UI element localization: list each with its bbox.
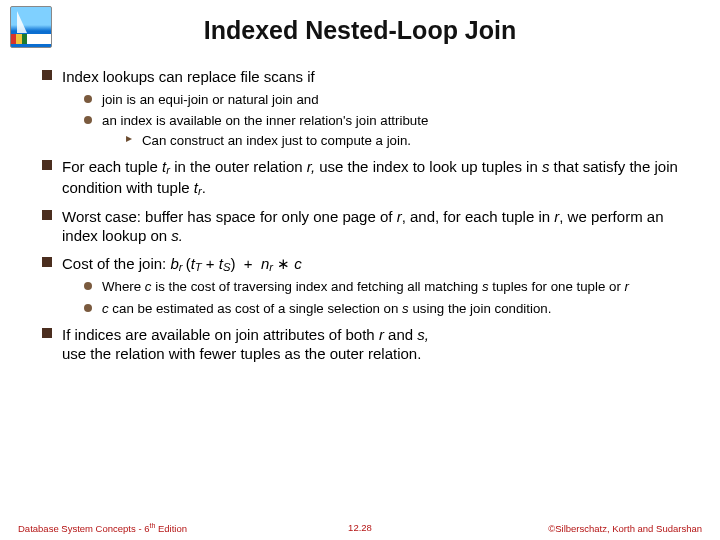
bullet-1-text: Index lookups can replace file scans if <box>62 68 315 85</box>
b4a-pre: Where <box>102 279 145 294</box>
bullet-1a: join is an equi-join or natural join and <box>84 91 692 108</box>
bullet-1: Index lookups can replace file scans if … <box>42 67 692 149</box>
footer-left-post: Edition <box>155 523 187 534</box>
b3-pre: Worst case: buffer has space for only on… <box>62 208 397 225</box>
bullet-4a: Where c is the cost of traversing index … <box>84 278 692 295</box>
footer-left-pre: Database System Concepts - 6 <box>18 523 149 534</box>
bullet-2: For each tuple tr in the outer relation … <box>42 157 692 198</box>
b5-post: use the relation with fewer tuples as th… <box>62 345 421 362</box>
b4-pre: Cost of the join: <box>62 255 170 272</box>
b4a-mid: is the cost of traversing index and fetc… <box>152 279 482 294</box>
bullet-1b: an index is available on the inner relat… <box>84 112 692 150</box>
bullet-1b-text: an index is available on the inner relat… <box>102 113 428 128</box>
footer-copyright: ©Silberschatz, Korth and Sudarshan <box>548 523 702 534</box>
bullet-3: Worst case: buffer has space for only on… <box>42 207 692 246</box>
footer: Database System Concepts - 6th Edition 1… <box>18 522 702 534</box>
b2-mid2: use the index to look up tuples in <box>315 158 542 175</box>
b4b-text: can be estimated as cost of a single sel… <box>109 301 402 316</box>
bullet-4: Cost of the join: br (tT + tS) + nr ∗ c … <box>42 254 692 317</box>
b2-pre: For each tuple <box>62 158 162 175</box>
b5-pre: If indices are available on join attribu… <box>62 326 379 343</box>
slide-title: Indexed Nested-Loop Join <box>28 16 692 45</box>
b2-mid1: in the outer relation <box>170 158 307 175</box>
logo-icon <box>10 6 52 48</box>
footer-page-number: 12.28 <box>348 522 372 533</box>
slide: Indexed Nested-Loop Join Index lookups c… <box>0 0 720 540</box>
slide-body: Index lookups can replace file scans if … <box>28 67 692 364</box>
bullet-4b: c can be estimated as cost of a single s… <box>84 300 692 317</box>
b5-mid: and <box>384 326 417 343</box>
bullet-1b1: Can construct an index just to compute a… <box>126 132 692 149</box>
b4a-post: tuples for one tuple or <box>489 279 625 294</box>
b3-mid: , and, for each tuple in <box>402 208 555 225</box>
footer-left: Database System Concepts - 6th Edition <box>18 522 187 534</box>
bullet-5: If indices are available on join attribu… <box>42 325 692 364</box>
b4b-post: using the join condition. <box>409 301 552 316</box>
